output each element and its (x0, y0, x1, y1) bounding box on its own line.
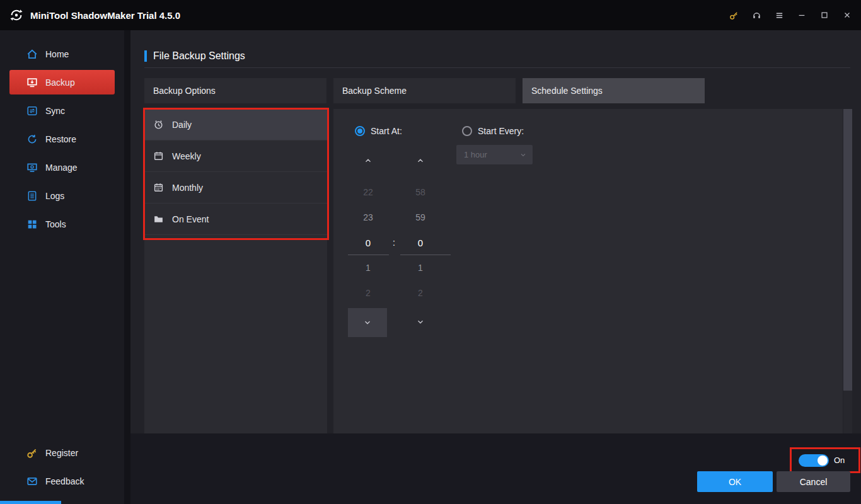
ok-button[interactable]: OK (697, 471, 773, 492)
sync-icon (26, 105, 38, 117)
interval-value: 1 hour (464, 150, 487, 159)
schedule-type-weekly[interactable]: Weekly (144, 140, 327, 172)
chevron-down-icon (519, 151, 527, 159)
sidebar-item-label: Home (45, 49, 69, 59)
hour-option[interactable]: 2 (348, 280, 388, 306)
minute-option[interactable]: 2 (400, 280, 441, 306)
schedule-type-daily[interactable]: Daily (144, 109, 327, 140)
chevron-up-icon (416, 156, 425, 165)
tab-schedule-settings[interactable]: Schedule Settings (523, 78, 705, 103)
schedule-toggle[interactable] (799, 454, 829, 467)
sidebar-item-backup[interactable]: Backup (0, 68, 124, 96)
app-logo-icon (9, 8, 24, 23)
time-separator: : (389, 230, 399, 255)
schedule-type-monthly[interactable]: Monthly (144, 172, 327, 203)
hour-option[interactable]: 23 (348, 205, 388, 230)
sidebar-item-restore[interactable]: Restore (0, 125, 124, 153)
close-icon[interactable] (838, 6, 856, 24)
hour-option-selected[interactable]: 0 (348, 230, 388, 255)
backup-icon (26, 77, 38, 88)
schedule-type-label: On Event (172, 214, 209, 224)
sidebar-item-home[interactable]: Home (0, 40, 124, 68)
hour-down-button[interactable] (348, 308, 387, 337)
sidebar-item-label: Register (45, 448, 78, 458)
sidebar-item-manage[interactable]: Manage (0, 153, 124, 181)
chevron-up-icon (364, 156, 373, 165)
cancel-button[interactable]: Cancel (777, 471, 850, 492)
sidebar-item-logs[interactable]: Logs (0, 181, 124, 210)
folder-icon (153, 214, 164, 224)
maximize-icon[interactable] (816, 6, 833, 24)
sidebar-item-feedback[interactable]: Feedback (0, 467, 124, 495)
title-accent-bar (144, 50, 147, 62)
minute-option-selected[interactable]: 0 (400, 230, 441, 255)
window-title: MiniTool ShadowMaker Trial 4.5.0 (30, 10, 180, 21)
schedule-type-label: Daily (172, 120, 192, 130)
hour-option[interactable]: 1 (348, 255, 388, 280)
vertical-scrollbar[interactable] (843, 109, 852, 433)
logs-icon (26, 190, 38, 202)
horizontal-scrollbar-thumb[interactable] (0, 501, 61, 504)
restore-icon (26, 134, 38, 145)
calendar-week-icon (153, 151, 164, 161)
tab-backup-options[interactable]: Backup Options (144, 78, 326, 103)
sidebar: Home Backup Sync Restore (0, 30, 127, 504)
minute-option[interactable]: 58 (400, 180, 441, 205)
schedule-type-label: Monthly (172, 183, 203, 193)
titlebar-actions (725, 6, 856, 24)
sidebar-bottom: Register Feedback (0, 438, 124, 495)
page-title: File Backup Settings (153, 50, 245, 62)
hour-option[interactable]: 22 (348, 180, 388, 205)
start-every-radio (462, 126, 472, 136)
toggle-state-label: On (834, 454, 845, 467)
sidebar-item-label: Tools (45, 219, 66, 229)
hour-up-button[interactable] (348, 148, 388, 173)
footer-bar: On OK Cancel (130, 433, 861, 504)
sidebar-item-sync[interactable]: Sync (0, 96, 124, 125)
minute-down-button[interactable] (400, 309, 441, 335)
start-at-radio-group[interactable]: Start At: (355, 126, 402, 136)
sidebar-item-label: Feedback (45, 476, 84, 486)
sidebar-item-label: Sync (45, 106, 65, 116)
tab-backup-scheme[interactable]: Backup Scheme (333, 78, 516, 103)
tools-icon (26, 219, 38, 230)
interval-dropdown[interactable]: 1 hour (456, 145, 533, 164)
manage-icon (26, 162, 38, 173)
home-icon (26, 49, 38, 60)
menu-icon[interactable] (770, 6, 788, 24)
schedule-settings-panel: Start At: Start Every: 1 hour 22 23 0 1 … (333, 109, 843, 433)
hour-underline (348, 255, 389, 255)
start-at-radio (355, 126, 365, 136)
start-every-label: Start Every: (478, 126, 524, 136)
sidebar-item-label: Backup (45, 77, 75, 88)
header-divider (144, 67, 850, 68)
minute-underline (400, 255, 451, 255)
mail-icon (26, 476, 38, 487)
key-icon (26, 447, 38, 459)
chevron-down-icon (363, 318, 372, 327)
alarm-clock-icon (153, 119, 164, 130)
sidebar-nav: Home Backup Sync Restore (0, 30, 124, 238)
app-window: MiniTool ShadowMaker Trial 4.5.0 (0, 0, 861, 504)
sidebar-item-tools[interactable]: Tools (0, 210, 124, 238)
sidebar-item-label: Logs (45, 191, 64, 201)
minute-option[interactable]: 1 (400, 255, 441, 280)
minute-up-button[interactable] (400, 148, 441, 173)
main-content: File Backup Settings Backup Options Back… (130, 30, 861, 504)
scrollbar-thumb[interactable] (843, 109, 852, 391)
titlebar: MiniTool ShadowMaker Trial 4.5.0 (0, 0, 861, 30)
minimize-icon[interactable] (793, 6, 811, 24)
sidebar-item-register[interactable]: Register (0, 438, 124, 467)
schedule-type-label: Weekly (172, 151, 201, 161)
page-header: File Backup Settings (144, 50, 245, 62)
schedule-type-on-event[interactable]: On Event (144, 203, 327, 235)
start-every-radio-group[interactable]: Start Every: (462, 126, 524, 136)
support-headset-icon[interactable] (748, 6, 765, 24)
sidebar-item-label: Manage (45, 163, 78, 173)
start-at-label: Start At: (371, 126, 402, 136)
toggle-knob (818, 455, 828, 466)
minute-option[interactable]: 59 (400, 205, 441, 230)
calendar-month-icon (153, 182, 164, 193)
license-key-icon[interactable] (725, 6, 743, 24)
sidebar-item-label: Restore (45, 134, 76, 144)
